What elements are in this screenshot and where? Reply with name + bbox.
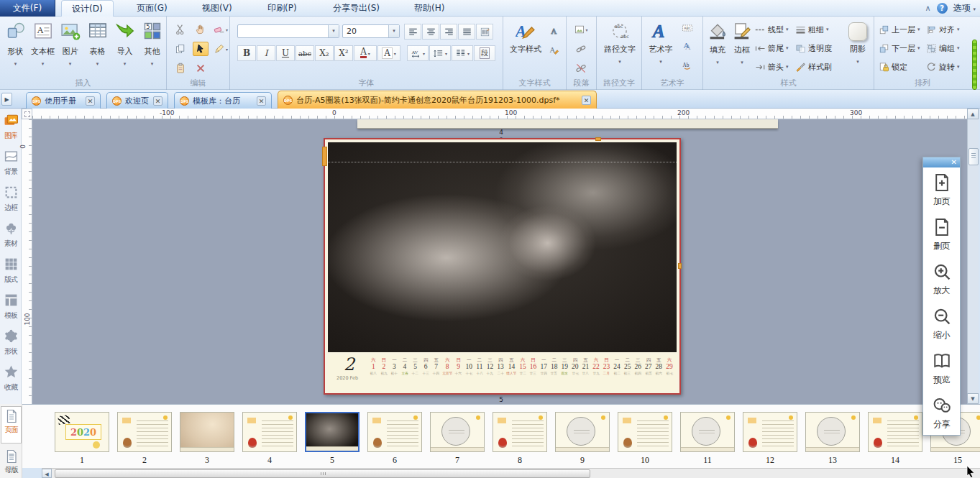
spacing-button-4[interactable]: 段 xyxy=(474,45,495,61)
style-row-a-3-button[interactable]: 箭头▾ xyxy=(755,59,789,75)
pen-button[interactable]: ▾ xyxy=(213,42,229,56)
zoom-in-button[interactable]: 放大 xyxy=(923,258,960,303)
insert-other-button[interactable]: 5其他▾ xyxy=(139,19,165,78)
menu-tab-5[interactable]: 分享导出(S) xyxy=(323,0,390,17)
color-panel-handle[interactable] xyxy=(972,40,977,90)
page-thumbnail-14[interactable] xyxy=(868,412,922,452)
page-thumbnail-13[interactable] xyxy=(805,412,860,452)
document-tab-3[interactable]: DPS模板库：台历✕ xyxy=(174,92,272,109)
format-button-1[interactable]: B xyxy=(237,45,256,61)
master-view-button[interactable]: 母版 xyxy=(1,447,22,475)
a-outline-button[interactable]: A xyxy=(546,24,562,38)
text-style-button[interactable]: A 文字样式 xyxy=(507,19,544,78)
file-menu-button[interactable]: 文件(F) xyxy=(0,0,55,17)
a-shadow-button[interactable]: AA xyxy=(679,40,695,54)
arrange-row-b-1-button[interactable]: 对齐▾ xyxy=(926,22,960,37)
sidebar-item-favorite[interactable]: 收藏 xyxy=(0,363,22,396)
eraser-button[interactable]: ▾ xyxy=(213,22,229,37)
arrange-row-a-3-button[interactable]: 锁定 xyxy=(879,59,907,75)
format-button-7[interactable]: A▾ xyxy=(354,45,377,61)
page-thumbnail-9[interactable] xyxy=(555,412,610,452)
page-thumbnail-1[interactable]: 2020 xyxy=(55,412,109,452)
delete-page-button[interactable]: 删页 xyxy=(923,213,960,258)
insert-shapes-button[interactable]: 形状▾ xyxy=(2,19,29,78)
sidebar-item-frame[interactable]: 边框 xyxy=(0,183,22,216)
collapse-ribbon-icon[interactable]: ∧ xyxy=(925,4,931,13)
arrange-row-b-3-button[interactable]: 旋转▾ xyxy=(926,59,960,75)
format-button-3[interactable]: U xyxy=(276,45,295,61)
align-justify-button[interactable] xyxy=(458,24,475,40)
scroll-left-icon[interactable]: ◀ xyxy=(42,469,52,478)
path-text-button[interactable]: abcabc 路径文字 ▾ xyxy=(600,19,639,78)
vertical-scroll-thumb[interactable] xyxy=(968,148,979,165)
link-button[interactable] xyxy=(573,42,589,56)
horizontal-scrollbar[interactable]: ◀ xyxy=(42,468,980,478)
close-tab-icon[interactable]: ✕ xyxy=(582,96,591,105)
zoom-out-button[interactable]: 缩小 xyxy=(923,303,960,347)
style-row-a-2-button[interactable]: 箭尾▾ xyxy=(755,40,789,56)
insert-picture-button[interactable]: 图片▾ xyxy=(57,19,83,78)
close-tab-icon[interactable]: ✕ xyxy=(153,96,162,106)
ab-style-button[interactable]: Ab xyxy=(679,58,695,73)
style-row-b-1-button[interactable]: 粗细▾ xyxy=(795,22,829,37)
sidebar-item-layout[interactable]: 版式 xyxy=(0,255,22,288)
format-button-8[interactable]: A▾ xyxy=(377,45,400,61)
page-thumbnail-3[interactable] xyxy=(180,412,234,452)
previous-page-sliver[interactable] xyxy=(357,119,778,129)
paste-button[interactable] xyxy=(173,61,188,75)
style-row-b-3-button[interactable]: 样式刷 xyxy=(795,59,832,75)
insert-table-button[interactable]: 表格▾ xyxy=(84,19,111,78)
share-button[interactable]: 分享 xyxy=(923,392,960,436)
baby-photo[interactable] xyxy=(328,142,677,352)
select-button[interactable] xyxy=(193,42,209,56)
sidebar-item-background[interactable]: 背景 xyxy=(0,147,22,180)
current-page[interactable]: 2 2020 Feb 六1初八日2初九一3初十二4立春三5十二四6十三五7十四六… xyxy=(324,138,681,395)
format-button-2[interactable]: I xyxy=(257,45,275,61)
menu-tab-4[interactable]: 印刷(P) xyxy=(257,0,307,17)
document-tab-4[interactable]: DPS台历-A5圈装(13张双面)-简约卡通创意2020鼠年台历191203-1… xyxy=(278,91,597,109)
sidebar-item-gallery[interactable]: 图库 xyxy=(0,111,22,144)
help-icon[interactable]: ? xyxy=(937,3,948,14)
menu-tab-6[interactable]: 帮助(H) xyxy=(404,0,454,17)
page-view-button[interactable]: 页面 xyxy=(1,406,22,443)
shadow-button[interactable]: 阴影 ▾ xyxy=(844,19,871,78)
style-row-b-2-button[interactable]: 透明度 xyxy=(795,40,832,56)
arrange-row-a-1-button[interactable]: 上一层▾ xyxy=(879,22,920,37)
page-thumbnail-11[interactable] xyxy=(680,412,735,452)
style-fill-button[interactable]: 填充▾ xyxy=(706,19,729,78)
document-tab-1[interactable]: DPS使用手册✕ xyxy=(26,92,101,109)
sidebar-item-shape[interactable]: 形状 xyxy=(0,327,22,360)
menu-tab-3[interactable]: 视图(V) xyxy=(192,0,242,17)
delete-button[interactable] xyxy=(193,61,209,75)
hand-button[interactable] xyxy=(193,22,209,37)
art-text-button[interactable]: A 艺术字 ▾ xyxy=(645,19,677,78)
page-thumbnail-10[interactable] xyxy=(618,412,672,452)
unlink-button[interactable] xyxy=(573,61,589,75)
arrange-row-a-2-button[interactable]: 下一层▾ xyxy=(879,40,920,56)
font-family-combo[interactable]: ▾ xyxy=(237,24,339,38)
options-button[interactable]: 选项 ▾ xyxy=(953,2,976,14)
preview-button[interactable]: 预览 xyxy=(923,347,960,392)
font-size-combo[interactable]: 20▾ xyxy=(342,24,400,38)
page-thumbnail-8[interactable] xyxy=(493,412,547,452)
menu-tab-2[interactable]: 页面(G) xyxy=(127,0,178,17)
panel-expander-icon[interactable]: ▶ xyxy=(1,93,12,106)
page-thumbnail-2[interactable] xyxy=(117,412,172,452)
add-page-button[interactable]: 加页 xyxy=(923,169,960,213)
page-thumbnail-7[interactable] xyxy=(430,412,485,452)
image-wrap-button[interactable]: ▾ xyxy=(573,22,589,37)
selection-handle-right[interactable] xyxy=(678,263,682,269)
document-tab-2[interactable]: DPS欢迎页✕ xyxy=(106,92,168,109)
vertical-scrollbar[interactable]: ▲ ▼ xyxy=(967,109,979,404)
design-canvas[interactable]: 4▾ 2 2020 Feb 六1初八日2初九一3初十二4立春三5十二四6十三五7… xyxy=(32,119,967,404)
abc-frame-button[interactable]: ABC xyxy=(679,21,695,35)
format-button-4[interactable]: abc xyxy=(296,45,314,61)
close-tab-icon[interactable]: ✕ xyxy=(86,96,95,106)
horizontal-scroll-thumb[interactable] xyxy=(55,469,590,478)
scroll-down-icon[interactable]: ▼ xyxy=(967,393,979,404)
format-button-6[interactable]: X² xyxy=(334,45,353,61)
insert-textbox-button[interactable]: A文本框▾ xyxy=(29,19,56,78)
page-thumbnail-4[interactable] xyxy=(242,412,297,452)
style-row-a-1-button[interactable]: 线型▾ xyxy=(755,22,789,37)
page-thumbnail-5[interactable] xyxy=(305,412,360,452)
